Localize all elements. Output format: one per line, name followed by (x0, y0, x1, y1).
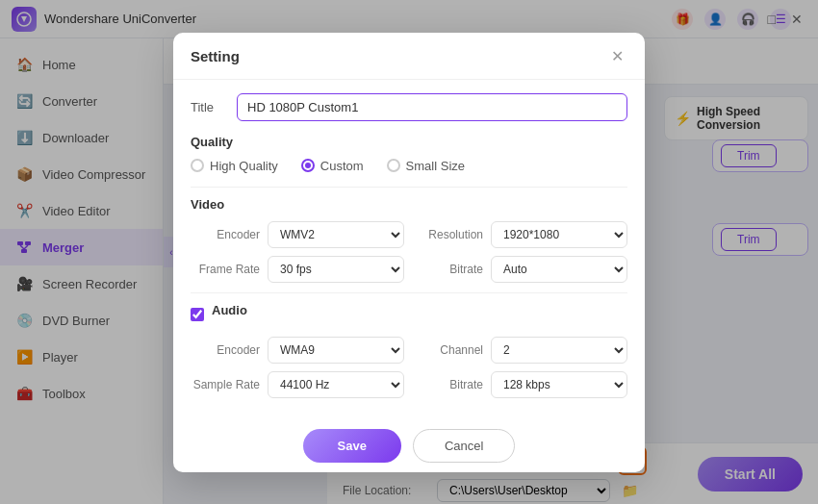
modal-overlay: Setting ✕ Title Quality High Quality Cus… (0, 0, 818, 504)
modal-close-button[interactable]: ✕ (606, 46, 627, 67)
video-bitrate-field: Bitrate Auto (414, 256, 627, 283)
audio-checkbox[interactable] (191, 308, 204, 321)
video-fields-row1: Encoder WMV2 Resolution 1920*1080 (191, 221, 627, 248)
channel-select[interactable]: 2 (491, 337, 627, 364)
frame-rate-field: Frame Rate 30 fps (191, 256, 404, 283)
audio-encoder-select[interactable]: WMA9 (268, 337, 404, 364)
video-bitrate-select[interactable]: Auto (491, 256, 627, 283)
resolution-label: Resolution (414, 228, 483, 241)
quality-section-title: Quality (191, 135, 627, 149)
video-fields-row2: Frame Rate 30 fps Bitrate Auto (191, 256, 627, 283)
title-input[interactable] (237, 93, 627, 121)
cancel-button[interactable]: Cancel (413, 429, 515, 463)
channel-field: Channel 2 (414, 337, 627, 364)
encoder-select[interactable]: WMV2 (268, 221, 404, 248)
frame-rate-label: Frame Rate (191, 263, 260, 276)
radio-small-size[interactable] (387, 159, 400, 172)
video-section: Video Encoder WMV2 Resolution 1920*1080 (191, 197, 627, 283)
encoder-field: Encoder WMV2 (191, 221, 404, 248)
audio-fields-row1: Encoder WMA9 Channel 2 (191, 337, 627, 364)
resolution-field: Resolution 1920*1080 (414, 221, 627, 248)
audio-fields-row2: Sample Rate 44100 Hz Bitrate 128 kbps (191, 371, 627, 398)
title-field-row: Title (191, 93, 627, 121)
sample-rate-field: Sample Rate 44100 Hz (191, 371, 404, 398)
save-button[interactable]: Save (303, 429, 401, 463)
title-field-label: Title (191, 100, 225, 114)
audio-bitrate-field: Bitrate 128 kbps (414, 371, 627, 398)
quality-option-small[interactable]: Small Size (387, 159, 465, 173)
audio-bitrate-select[interactable]: 128 kbps (491, 371, 627, 398)
sample-rate-label: Sample Rate (191, 378, 260, 391)
encoder-label: Encoder (191, 228, 260, 241)
audio-encoder-label: Encoder (191, 343, 260, 357)
radio-high-quality[interactable] (191, 159, 204, 172)
modal-body: Title Quality High Quality Custom Small … (173, 80, 645, 425)
quality-options: High Quality Custom Small Size (191, 159, 627, 173)
modal-footer: Save Cancel (173, 425, 645, 472)
radio-custom[interactable] (301, 159, 315, 172)
channel-label: Channel (414, 343, 483, 357)
audio-section-title: Audio (212, 303, 247, 317)
audio-bitrate-label: Bitrate (414, 378, 483, 391)
video-section-title: Video (191, 197, 627, 212)
audio-encoder-field: Encoder WMA9 (191, 337, 404, 364)
setting-modal: Setting ✕ Title Quality High Quality Cus… (173, 33, 645, 472)
modal-title: Setting (191, 48, 240, 64)
modal-header: Setting ✕ (173, 33, 645, 80)
resolution-select[interactable]: 1920*1080 (491, 221, 627, 248)
quality-option-high[interactable]: High Quality (191, 159, 278, 173)
frame-rate-select[interactable]: 30 fps (268, 256, 404, 283)
audio-header: Audio (191, 303, 627, 327)
sample-rate-select[interactable]: 44100 Hz (268, 371, 404, 398)
audio-section: Audio Encoder WMA9 Channel 2 (191, 303, 627, 398)
divider-1 (191, 187, 627, 188)
quality-option-custom[interactable]: Custom (301, 159, 364, 173)
video-bitrate-label: Bitrate (414, 263, 483, 276)
divider-2 (191, 292, 627, 293)
